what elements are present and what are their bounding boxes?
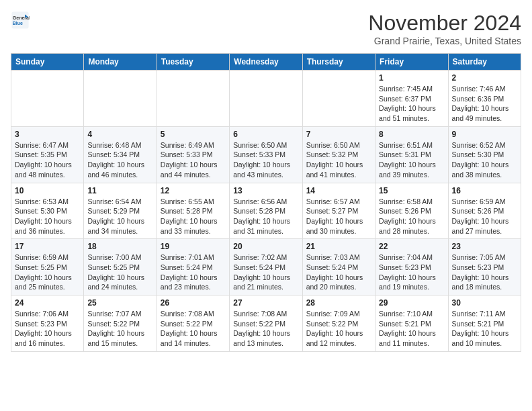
day-number: 29 (379, 298, 444, 308)
week-row-1: 1Sunrise: 7:45 AMSunset: 6:37 PMDaylight… (11, 71, 521, 127)
day-info: Sunrise: 6:59 AMSunset: 5:25 PMDaylight:… (15, 253, 80, 292)
day-cell: 16Sunrise: 6:59 AMSunset: 5:26 PMDayligh… (448, 183, 521, 239)
day-number: 8 (379, 130, 444, 139)
day-cell: 15Sunrise: 6:58 AMSunset: 5:26 PMDayligh… (375, 183, 448, 239)
day-cell: 4Sunrise: 6:48 AMSunset: 5:34 PMDaylight… (84, 126, 157, 183)
day-info: Sunrise: 7:45 AMSunset: 6:37 PMDaylight:… (379, 84, 444, 124)
day-number: 27 (233, 298, 298, 308)
day-cell (230, 71, 302, 127)
day-cell: 25Sunrise: 7:07 AMSunset: 5:22 PMDayligh… (84, 295, 157, 352)
day-cell (84, 71, 157, 127)
logo: General Blue (11, 11, 30, 30)
day-info: Sunrise: 6:48 AMSunset: 5:34 PMDaylight:… (87, 140, 152, 180)
day-number: 2 (452, 73, 517, 83)
day-number: 12 (161, 186, 226, 195)
day-number: 26 (161, 298, 226, 308)
day-cell: 27Sunrise: 7:08 AMSunset: 5:22 PMDayligh… (230, 295, 302, 352)
col-header-saturday: Saturday (448, 54, 521, 71)
day-cell: 24Sunrise: 7:06 AMSunset: 5:23 PMDayligh… (11, 295, 84, 352)
day-cell: 10Sunrise: 6:53 AMSunset: 5:30 PMDayligh… (11, 183, 84, 239)
day-info: Sunrise: 6:58 AMSunset: 5:26 PMDaylight:… (379, 197, 444, 236)
week-row-4: 17Sunrise: 6:59 AMSunset: 5:25 PMDayligh… (11, 239, 521, 295)
col-header-wednesday: Wednesday (230, 54, 302, 71)
day-number: 28 (306, 298, 371, 308)
day-number: 30 (452, 298, 517, 308)
calendar-header-row: SundayMondayTuesdayWednesdayThursdayFrid… (11, 54, 521, 71)
day-info: Sunrise: 7:03 AMSunset: 5:24 PMDaylight:… (306, 253, 371, 292)
day-number: 3 (15, 130, 80, 139)
day-number: 11 (87, 186, 152, 195)
day-cell: 18Sunrise: 7:00 AMSunset: 5:25 PMDayligh… (84, 239, 157, 295)
title-block: November 2024 Grand Prairie, Texas, Unit… (368, 11, 521, 46)
col-header-thursday: Thursday (302, 54, 375, 71)
day-cell: 11Sunrise: 6:54 AMSunset: 5:29 PMDayligh… (84, 183, 157, 239)
week-row-3: 10Sunrise: 6:53 AMSunset: 5:30 PMDayligh… (11, 183, 521, 239)
day-info: Sunrise: 7:04 AMSunset: 5:23 PMDaylight:… (379, 253, 444, 292)
day-cell: 13Sunrise: 6:56 AMSunset: 5:28 PMDayligh… (230, 183, 302, 239)
day-info: Sunrise: 7:11 AMSunset: 5:21 PMDaylight:… (452, 309, 517, 349)
day-cell: 26Sunrise: 7:08 AMSunset: 5:22 PMDayligh… (157, 295, 229, 352)
col-header-monday: Monday (84, 54, 157, 71)
day-info: Sunrise: 7:08 AMSunset: 5:22 PMDaylight:… (161, 309, 226, 349)
day-info: Sunrise: 7:05 AMSunset: 5:23 PMDaylight:… (452, 253, 517, 292)
calendar-table: SundayMondayTuesdayWednesdayThursdayFrid… (11, 53, 521, 352)
week-row-2: 3Sunrise: 6:47 AMSunset: 5:35 PMDaylight… (11, 126, 521, 183)
svg-text:General: General (13, 15, 30, 20)
day-number: 15 (379, 186, 444, 195)
day-cell: 5Sunrise: 6:49 AMSunset: 5:33 PMDaylight… (157, 126, 229, 183)
svg-rect-0 (11, 11, 28, 28)
day-cell: 1Sunrise: 7:45 AMSunset: 6:37 PMDaylight… (375, 71, 448, 127)
day-info: Sunrise: 7:00 AMSunset: 5:25 PMDaylight:… (87, 253, 152, 292)
day-number: 9 (452, 130, 517, 139)
day-number: 13 (233, 186, 298, 195)
day-cell: 9Sunrise: 6:52 AMSunset: 5:30 PMDaylight… (448, 126, 521, 183)
col-header-tuesday: Tuesday (157, 54, 229, 71)
day-number: 25 (87, 298, 152, 308)
day-number: 21 (306, 242, 371, 251)
day-info: Sunrise: 6:51 AMSunset: 5:31 PMDaylight:… (379, 140, 444, 180)
day-info: Sunrise: 7:08 AMSunset: 5:22 PMDaylight:… (233, 309, 298, 349)
day-number: 16 (452, 186, 517, 195)
day-cell: 17Sunrise: 6:59 AMSunset: 5:25 PMDayligh… (11, 239, 84, 295)
day-cell: 7Sunrise: 6:50 AMSunset: 5:32 PMDaylight… (302, 126, 375, 183)
day-cell: 12Sunrise: 6:55 AMSunset: 5:28 PMDayligh… (157, 183, 229, 239)
day-info: Sunrise: 6:57 AMSunset: 5:27 PMDaylight:… (306, 197, 371, 236)
svg-text:Blue: Blue (13, 21, 23, 26)
day-cell: 3Sunrise: 6:47 AMSunset: 5:35 PMDaylight… (11, 126, 84, 183)
day-info: Sunrise: 7:46 AMSunset: 6:36 PMDaylight:… (452, 84, 517, 124)
day-number: 18 (87, 242, 152, 251)
day-info: Sunrise: 7:06 AMSunset: 5:23 PMDaylight:… (15, 309, 80, 349)
day-number: 7 (306, 130, 371, 139)
day-info: Sunrise: 6:47 AMSunset: 5:35 PMDaylight:… (15, 140, 80, 180)
day-number: 17 (15, 242, 80, 251)
day-cell: 22Sunrise: 7:04 AMSunset: 5:23 PMDayligh… (375, 239, 448, 295)
day-cell (302, 71, 375, 127)
day-cell: 28Sunrise: 7:09 AMSunset: 5:22 PMDayligh… (302, 295, 375, 352)
day-number: 19 (161, 242, 226, 251)
day-cell: 29Sunrise: 7:10 AMSunset: 5:21 PMDayligh… (375, 295, 448, 352)
day-cell (11, 71, 84, 127)
day-info: Sunrise: 7:10 AMSunset: 5:21 PMDaylight:… (379, 309, 444, 349)
logo-icon: General Blue (11, 11, 30, 30)
day-number: 23 (452, 242, 517, 251)
day-info: Sunrise: 6:49 AMSunset: 5:33 PMDaylight:… (161, 140, 226, 180)
day-info: Sunrise: 6:54 AMSunset: 5:29 PMDaylight:… (87, 197, 152, 236)
day-cell: 21Sunrise: 7:03 AMSunset: 5:24 PMDayligh… (302, 239, 375, 295)
day-cell: 30Sunrise: 7:11 AMSunset: 5:21 PMDayligh… (448, 295, 521, 352)
day-info: Sunrise: 6:50 AMSunset: 5:33 PMDaylight:… (233, 140, 298, 180)
day-cell: 23Sunrise: 7:05 AMSunset: 5:23 PMDayligh… (448, 239, 521, 295)
day-cell: 19Sunrise: 7:01 AMSunset: 5:24 PMDayligh… (157, 239, 229, 295)
col-header-friday: Friday (375, 54, 448, 71)
day-number: 22 (379, 242, 444, 251)
day-number: 6 (233, 130, 298, 139)
day-info: Sunrise: 6:53 AMSunset: 5:30 PMDaylight:… (15, 197, 80, 236)
day-info: Sunrise: 7:01 AMSunset: 5:24 PMDaylight:… (161, 253, 226, 292)
day-info: Sunrise: 6:50 AMSunset: 5:32 PMDaylight:… (306, 140, 371, 180)
day-number: 10 (15, 186, 80, 195)
location-text: Grand Prairie, Texas, United States (368, 36, 521, 46)
day-info: Sunrise: 7:07 AMSunset: 5:22 PMDaylight:… (87, 309, 152, 349)
month-title: November 2024 (368, 11, 521, 36)
day-info: Sunrise: 6:55 AMSunset: 5:28 PMDaylight:… (161, 197, 226, 236)
day-number: 4 (87, 130, 152, 139)
day-number: 5 (161, 130, 226, 139)
